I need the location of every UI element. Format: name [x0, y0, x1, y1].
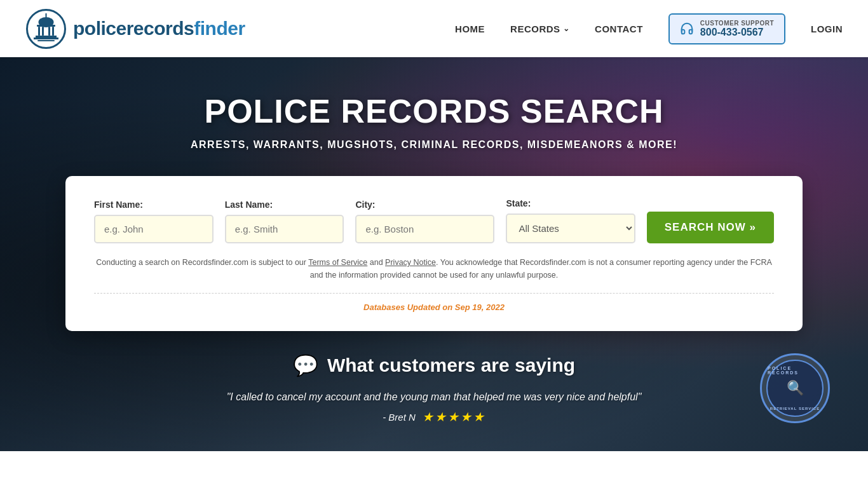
testimonial-inner: 💬 What customers are saying "I called to… [227, 353, 642, 424]
author-name: - Bret N [383, 412, 416, 423]
badge: POLICE RECORDS 🔍 RETRIEVAL SERVICE [760, 353, 830, 423]
nav-home[interactable]: HOME [455, 24, 485, 34]
last-name-group: Last Name: [225, 200, 344, 243]
svg-rect-7 [48, 27, 50, 36]
svg-rect-10 [34, 37, 58, 39]
last-name-input[interactable] [225, 215, 344, 243]
nav-contact[interactable]: CONTACT [595, 24, 643, 34]
testimonial-heading: 💬 What customers are saying [293, 353, 575, 377]
hero-title: POLICE RECORDS SEARCH [204, 92, 663, 130]
state-group: State: All StatesAlabamaAlaskaArizonaArk… [506, 198, 635, 243]
svg-rect-9 [36, 36, 57, 37]
svg-rect-11 [37, 40, 55, 41]
badge-inner: POLICE RECORDS 🔍 RETRIEVAL SERVICE [766, 360, 824, 417]
divider [94, 293, 774, 294]
hero-content: POLICE RECORDS SEARCH ARRESTS, WARRANTS,… [0, 57, 868, 450]
terms-link[interactable]: Terms of Service [308, 258, 367, 267]
badge-text-top: POLICE RECORDS [768, 366, 822, 375]
login-button[interactable]: LOGIN [811, 24, 843, 34]
search-card: First Name: Last Name: City: State: All … [65, 176, 803, 331]
db-updated: Databases Updated on Sep 19, 2022 [94, 302, 774, 312]
logo[interactable]: policerecordsfinder [25, 8, 455, 50]
testimonial-title: What customers are saying [327, 355, 575, 376]
badge-text-bottom: RETRIEVAL SERVICE [770, 407, 820, 410]
hero-subtitle: ARRESTS, WARRANTS, MUGSHOTS, CRIMINAL RE… [191, 139, 677, 151]
support-button[interactable]: CUSTOMER SUPPORT 800-433-0567 [668, 13, 785, 44]
svg-rect-8 [52, 27, 54, 36]
db-date: Sep 19, 2022 [455, 302, 505, 312]
testimonial-quote: "I called to cancel my account and the y… [227, 391, 642, 403]
svg-rect-4 [37, 25, 55, 27]
support-text: CUSTOMER SUPPORT 800-433-0567 [700, 20, 774, 38]
svg-rect-5 [38, 27, 40, 36]
first-name-group: First Name: [94, 200, 214, 243]
city-group: City: [355, 200, 494, 243]
hero-section: POLICE RECORDS SEARCH ARRESTS, WARRANTS,… [0, 57, 868, 451]
search-fields: First Name: Last Name: City: State: All … [94, 198, 774, 243]
svg-rect-3 [39, 22, 53, 25]
city-input[interactable] [355, 215, 494, 243]
city-label: City: [355, 200, 494, 210]
privacy-link[interactable]: Privacy Notice [385, 258, 436, 267]
first-name-label: First Name: [94, 200, 214, 210]
testimonial-author: - Bret N ★★★★★ [383, 409, 485, 424]
state-label: State: [506, 198, 635, 208]
header: policerecordsfinder HOME RECORDS ⌄ CONTA… [0, 0, 868, 57]
nav-records[interactable]: RECORDS ⌄ [510, 24, 569, 34]
star-rating: ★★★★★ [422, 409, 485, 424]
search-now-button[interactable]: SEARCH NOW » [647, 212, 774, 243]
badge-search-icon: 🔍 [787, 380, 804, 396]
testimonial-content: 💬 What customers are saying "I called to… [0, 353, 868, 424]
chat-icon: 💬 [293, 353, 318, 377]
svg-rect-6 [42, 27, 44, 36]
logo-icon [25, 8, 67, 50]
last-name-label: Last Name: [225, 200, 344, 210]
testimonial-section: 💬 What customers are saying "I called to… [0, 331, 868, 450]
disclaimer-text: Conducting a search on Recordsfinder.com… [94, 256, 774, 281]
chevron-down-icon: ⌄ [563, 24, 570, 33]
logo-text: policerecordsfinder [73, 18, 245, 39]
main-nav: HOME RECORDS ⌄ CONTACT CUSTOMER SUPPORT … [455, 13, 843, 44]
first-name-input[interactable] [94, 215, 214, 243]
state-select[interactable]: All StatesAlabamaAlaskaArizonaArkansasCa… [506, 214, 635, 243]
headphone-icon [680, 22, 694, 36]
